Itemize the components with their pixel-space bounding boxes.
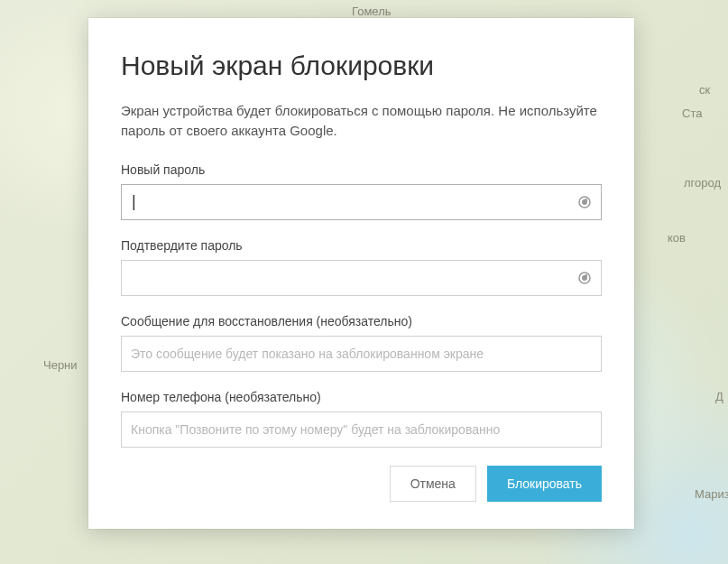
map-city-label: Д [715, 390, 723, 403]
map-city-label: ков [668, 231, 686, 245]
lock-screen-dialog: Новый экран блокировки Экран устройства … [88, 18, 634, 529]
dialog-actions: Отмена Блокировать [121, 466, 602, 502]
password-field-group: Новый пароль | [121, 162, 602, 220]
dialog-title: Новый экран блокировки [121, 51, 602, 81]
phone-field-group: Номер телефона (необязательно) [121, 390, 602, 448]
map-city-label: лгород [684, 176, 721, 190]
confirm-password-input[interactable] [121, 260, 602, 296]
dialog-description: Экран устройства будет блокироваться с п… [121, 101, 602, 141]
map-city-label: ск [699, 83, 710, 97]
map-city-label: Гомель [352, 5, 392, 18]
map-city-label: Ста [682, 106, 702, 120]
password-label: Новый пароль [121, 162, 602, 177]
lock-button[interactable]: Блокировать [487, 466, 602, 502]
recovery-message-input[interactable] [121, 336, 602, 372]
password-input[interactable] [121, 184, 602, 220]
cancel-button[interactable]: Отмена [390, 466, 476, 502]
map-city-label: Мариз [695, 487, 728, 501]
confirm-password-field-group: Подтвердите пароль [121, 238, 602, 296]
phone-input[interactable] [121, 411, 602, 448]
recovery-message-field-group: Сообщение для восстановления (необязател… [121, 314, 602, 372]
phone-label: Номер телефона (необязательно) [121, 390, 602, 404]
confirm-password-label: Подтвердите пароль [121, 238, 602, 253]
map-city-label: Черни [43, 358, 78, 372]
recovery-message-label: Сообщение для восстановления (необязател… [121, 314, 602, 328]
